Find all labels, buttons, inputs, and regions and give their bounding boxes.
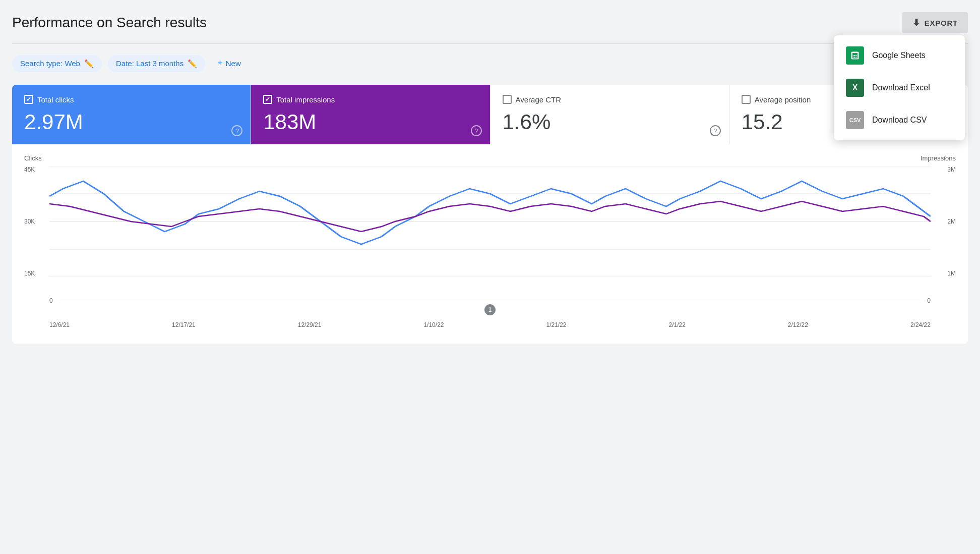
metric-header-impressions: Total impressions — [263, 95, 477, 104]
metric-label-clicks: Total clicks — [37, 95, 74, 104]
page-title: Performance on Search results — [12, 15, 207, 31]
download-excel-label: Download Excel — [872, 83, 930, 92]
clicks-line — [49, 181, 931, 244]
new-label: New — [226, 59, 241, 68]
metric-value-impressions: 183M — [263, 110, 477, 134]
metric-checkbox-impressions — [263, 95, 272, 104]
chart-top-labels: Clicks Impressions — [24, 154, 956, 162]
edit-icon-date: ✏️ — [188, 59, 197, 68]
metric-value-ctr: 1.6% — [503, 110, 717, 134]
metric-card-total-clicks[interactable]: Total clicks 2.97M ? — [12, 85, 251, 144]
metrics-row: Total clicks 2.97M ? Total impressions 1… — [12, 85, 968, 144]
export-button[interactable]: ⬇ EXPORT — [902, 12, 968, 33]
metric-checkbox-position — [742, 95, 751, 104]
csv-icon: CSV — [846, 111, 864, 129]
metric-checkbox-clicks — [24, 95, 33, 104]
metric-checkbox-ctr — [503, 95, 512, 104]
dropdown-item-download-excel[interactable]: X Download Excel — [834, 72, 965, 104]
chart-bottom-area: 0 1 0 12/6/21 12/17/21 12/29/21 1/10/22 … — [24, 297, 956, 328]
x-label-3: 1/10/22 — [423, 321, 444, 328]
chart-y-right: 3M 2M 1M — [933, 166, 956, 277]
chart-svg-wrapper — [49, 166, 931, 277]
export-dropdown: Google Sheets X Download Excel CSV Downl… — [834, 35, 965, 140]
zero-right: 0 — [927, 297, 931, 304]
export-label: EXPORT — [925, 19, 958, 27]
date-filter[interactable]: Date: Last 3 months ✏️ — [108, 55, 205, 72]
metric-header-clicks: Total clicks — [24, 95, 238, 104]
search-type-label: Search type: Web — [20, 59, 80, 68]
y-right-bot: 1M — [933, 270, 956, 277]
metric-header-ctr: Average CTR — [503, 95, 717, 104]
download-csv-label: Download CSV — [872, 116, 927, 125]
y-left-bot: 15K — [24, 270, 47, 277]
edit-icon: ✏️ — [84, 59, 94, 68]
new-button[interactable]: + New — [211, 54, 247, 73]
chart-container: Clicks Impressions 45K 30K 15K 3M 2M 1M — [12, 144, 968, 344]
y-left-top: 45K — [24, 166, 47, 173]
dropdown-item-download-csv[interactable]: CSV Download CSV — [834, 104, 965, 136]
chart-right-axis-label: Impressions — [921, 154, 956, 162]
chart-svg — [49, 166, 931, 277]
x-label-7: 2/24/22 — [910, 321, 931, 328]
download-icon: ⬇ — [912, 17, 921, 28]
x-label-1: 12/17/21 — [172, 321, 196, 328]
chart-y-left: 45K 30K 15K — [24, 166, 47, 277]
plus-icon: + — [217, 58, 223, 69]
excel-icon: X — [846, 79, 864, 97]
date-label: Date: Last 3 months — [116, 59, 183, 68]
chart-left-axis-label: Clicks — [24, 154, 42, 162]
y-right-mid: 2M — [933, 218, 956, 225]
help-icon-ctr[interactable]: ? — [710, 125, 721, 136]
help-icon-impressions[interactable]: ? — [471, 125, 482, 136]
circle-badge: 1 — [484, 304, 496, 315]
divider — [12, 43, 968, 44]
x-label-5: 2/1/22 — [669, 321, 686, 328]
chart-area: 45K 30K 15K 3M 2M 1M — [24, 166, 956, 297]
filters-row: Search type: Web ✏️ Date: Last 3 months … — [12, 54, 968, 73]
x-label-2: 12/29/21 — [298, 321, 322, 328]
metric-label-ctr: Average CTR — [516, 95, 562, 104]
google-sheets-icon — [846, 46, 864, 65]
x-label-4: 1/21/22 — [546, 321, 566, 328]
metric-value-clicks: 2.97M — [24, 110, 238, 134]
dropdown-item-google-sheets[interactable]: Google Sheets — [834, 39, 965, 72]
x-label-6: 2/12/22 — [788, 321, 808, 328]
help-icon-clicks[interactable]: ? — [231, 125, 242, 136]
metric-label-position: Average position — [755, 95, 811, 104]
y-right-top: 3M — [933, 166, 956, 173]
metric-label-impressions: Total impressions — [276, 95, 335, 104]
metric-card-avg-ctr[interactable]: Average CTR 1.6% ? — [491, 85, 729, 144]
metric-card-total-impressions[interactable]: Total impressions 183M ? — [251, 85, 490, 144]
search-type-filter[interactable]: Search type: Web ✏️ — [12, 55, 102, 72]
impressions-line — [49, 201, 931, 232]
y-left-mid: 30K — [24, 218, 47, 225]
zero-left: 0 — [49, 297, 53, 304]
x-label-0: 12/6/21 — [49, 321, 70, 328]
google-sheets-label: Google Sheets — [872, 51, 926, 60]
